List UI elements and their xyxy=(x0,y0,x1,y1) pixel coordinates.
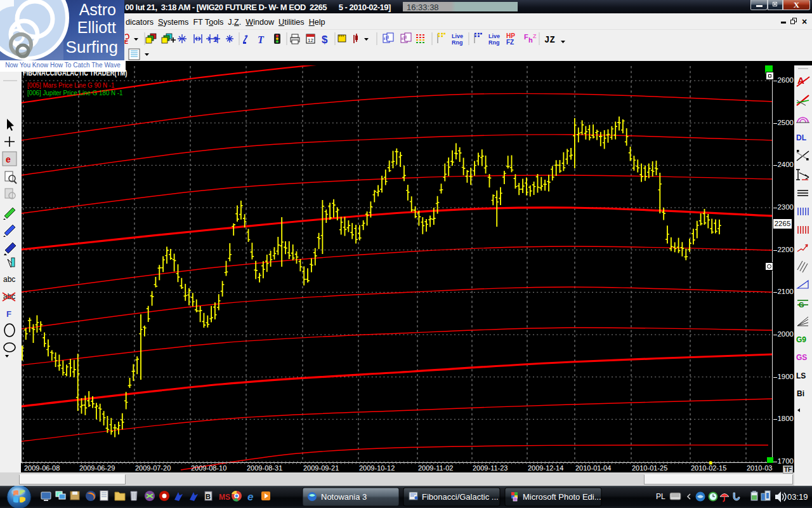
svg-text:2010-01-25: 2010-01-25 xyxy=(632,464,667,472)
svg-text:Live: Live xyxy=(452,33,463,39)
svg-text:Astro: Astro xyxy=(79,1,116,18)
svg-text:PL: PL xyxy=(656,492,665,501)
svg-text:2010-03-: 2010-03- xyxy=(747,464,773,472)
svg-text:2009-09-21: 2009-09-21 xyxy=(303,464,339,472)
svg-text:JZ: JZ xyxy=(544,35,555,45)
svg-text:e: e xyxy=(6,154,11,164)
svg-text:2009-08-10: 2009-08-10 xyxy=(191,464,226,472)
svg-text:F: F xyxy=(6,309,11,319)
svg-text:Bi: Bi xyxy=(797,389,804,398)
svg-text:2009-06-08: 2009-06-08 xyxy=(24,464,60,472)
svg-text:2009-07-20: 2009-07-20 xyxy=(135,464,171,472)
svg-text:Elliott: Elliott xyxy=(77,18,116,36)
svg-text:F: F xyxy=(524,33,528,41)
svg-text:abc: abc xyxy=(3,275,15,284)
svg-text:DL: DL xyxy=(796,133,806,142)
svg-text:FZ: FZ xyxy=(506,39,514,46)
svg-text:2009-11-02: 2009-11-02 xyxy=(418,464,453,472)
svg-text:2010-01-04: 2010-01-04 xyxy=(575,464,611,472)
svg-text:12: 12 xyxy=(308,37,313,43)
svg-text:Fibonacci/Galactic ...: Fibonacci/Galactic ... xyxy=(422,492,499,502)
svg-text:2009-11-23: 2009-11-23 xyxy=(473,464,508,472)
svg-text:Z: Z xyxy=(533,33,537,39)
svg-text:GS: GS xyxy=(796,353,807,362)
svg-text:03:19: 03:19 xyxy=(787,492,808,502)
svg-text:A: A xyxy=(797,75,804,86)
svg-text:B: B xyxy=(206,493,211,500)
svg-text:2009-12-14: 2009-12-14 xyxy=(528,464,563,472)
svg-text:Rng: Rng xyxy=(452,39,463,46)
svg-text:G: G xyxy=(799,301,804,309)
svg-text:2009-10-12: 2009-10-12 xyxy=(359,464,395,472)
svg-text:LS: LS xyxy=(796,371,806,380)
svg-text:Surfing: Surfing xyxy=(66,37,118,57)
svg-text:E: E xyxy=(124,39,128,45)
svg-text:e: e xyxy=(247,491,253,503)
svg-text:2009-06-29: 2009-06-29 xyxy=(79,464,115,472)
svg-text:T: T xyxy=(258,34,265,45)
svg-text:Rng: Rng xyxy=(488,39,500,46)
svg-text:1: 1 xyxy=(213,36,217,43)
svg-text:2010-02-15: 2010-02-15 xyxy=(691,464,726,472)
svg-text:Live: Live xyxy=(488,33,500,39)
svg-text:MS: MS xyxy=(219,493,230,502)
svg-text:2009-08-31: 2009-08-31 xyxy=(247,464,282,472)
svg-text:Microsoft Photo Edi...: Microsoft Photo Edi... xyxy=(523,492,601,502)
svg-text:$: $ xyxy=(322,34,328,46)
svg-text:h: h xyxy=(528,36,533,44)
svg-text:G9: G9 xyxy=(796,335,806,344)
svg-text:Notowania 3: Notowania 3 xyxy=(321,492,367,502)
